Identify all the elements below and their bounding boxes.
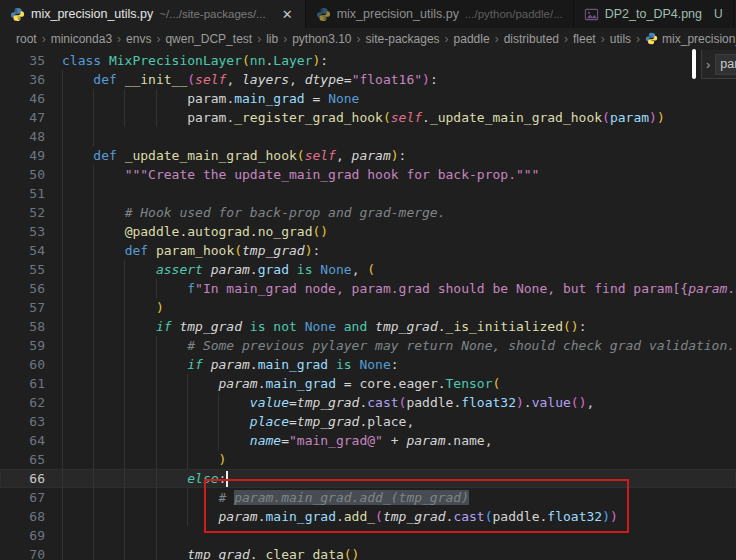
indent-guide	[124, 469, 125, 488]
code-line-51[interactable]: 51	[0, 184, 736, 203]
breadcrumb-item-miniconda3[interactable]: miniconda3	[51, 32, 112, 46]
chevron-right-icon: ›	[283, 32, 287, 46]
breadcrumb-item-qwen_DCP_test[interactable]: qwen_DCP_test	[165, 32, 252, 46]
code-lines: 35class MixPrecisionLayer(nn.Layer):36 d…	[0, 51, 736, 560]
indent-guide	[62, 89, 63, 108]
indent-guide	[62, 146, 63, 165]
indent-guide	[124, 108, 125, 127]
line-number: 52	[0, 203, 62, 222]
line-number: 53	[0, 222, 62, 241]
breadcrumb: root›miniconda3›envs›qwen_DCP_test›lib›p…	[0, 28, 736, 49]
indent-guide	[187, 374, 188, 393]
code-line-49[interactable]: 49 def _update_main_grad_hook(self, para…	[0, 146, 736, 165]
code-line-63[interactable]: 63 place=tmp_grad.place,	[0, 412, 736, 431]
chevron-right-icon: ›	[42, 32, 46, 46]
indent-guide	[62, 450, 63, 469]
code-line-58[interactable]: 58 if tmp_grad is not None and tmp_grad.…	[0, 317, 736, 336]
indent-guide	[187, 488, 188, 507]
indent-guide	[124, 450, 125, 469]
code-line-50[interactable]: 50 """Create the update_main_grad hook f…	[0, 165, 736, 184]
indent-guide	[156, 412, 157, 431]
code-line-66[interactable]: 66 else:	[0, 469, 736, 488]
indent-guide	[93, 127, 94, 146]
breadcrumb-item-utils[interactable]: utils	[610, 32, 631, 46]
code-line-35[interactable]: 35class MixPrecisionLayer(nn.Layer):	[0, 51, 736, 70]
indent-guide	[124, 336, 125, 355]
indent-guide	[156, 108, 157, 127]
code-line-47[interactable]: 47 param._register_grad_hook(self._updat…	[0, 108, 736, 127]
code-line-48[interactable]: 48	[0, 127, 736, 146]
line-number: 66	[0, 469, 62, 488]
line-number: 49	[0, 146, 62, 165]
code-text: @paddle.autograd.no_grad()	[62, 222, 736, 241]
breadcrumb-item-lib[interactable]: lib	[266, 32, 278, 46]
indent-guide	[62, 222, 63, 241]
indent-guide	[156, 355, 157, 374]
breadcrumb-item-distributed[interactable]: distributed	[504, 32, 559, 46]
indent-guide	[62, 108, 63, 127]
breadcrumb-item-fleet[interactable]: fleet	[573, 32, 596, 46]
code-line-61[interactable]: 61 param.main_grad = core.eager.Tensor(	[0, 374, 736, 393]
close-icon[interactable]: ✕	[280, 7, 295, 22]
breadcrumb-items: root›miniconda3›envs›qwen_DCP_test›lib›p…	[16, 32, 631, 46]
code-line-57[interactable]: 57 )	[0, 298, 736, 317]
line-number: 63	[0, 412, 62, 431]
code-line-55[interactable]: 55 assert param.grad is None, (	[0, 260, 736, 279]
code-text: f"In main_grad node, param.grad should b…	[62, 279, 736, 298]
breadcrumb-file[interactable]: mix_precision_utils.py	[645, 32, 736, 46]
code-line-36[interactable]: 36 def __init__(self, layers, dtype="flo…	[0, 70, 736, 89]
indent-guide	[62, 298, 63, 317]
code-line-52[interactable]: 52 # Hook used for back-prop and grad-me…	[0, 203, 736, 222]
indent-guide	[156, 431, 157, 450]
line-number: 51	[0, 184, 62, 203]
code-line-59[interactable]: 59 # Some previous pylayer may return No…	[0, 336, 736, 355]
tab-mix-precision-utils-1[interactable]: mix_precision_utils.py ~/.../site-packag…	[0, 0, 306, 28]
indent-guide	[124, 374, 125, 393]
tab-mix-precision-utils-2[interactable]: mix_precision_utils.py .../python/paddle…	[306, 0, 574, 28]
indent-guide	[218, 431, 219, 450]
chevron-expand-replace-icon[interactable]: ›	[706, 57, 710, 72]
code-text: class MixPrecisionLayer(nn.Layer):	[62, 51, 736, 70]
code-line-56[interactable]: 56 f"In main_grad node, param.grad shoul…	[0, 279, 736, 298]
code-line-68[interactable]: 68 param.main_grad.add_(tmp_grad.cast(pa…	[0, 507, 736, 526]
tab-title: mix_precision_utils.py	[31, 7, 153, 21]
tab-dp2-to-dp4-png[interactable]: DP2_to_DP4.png U	[574, 0, 734, 28]
indent-guide	[93, 355, 94, 374]
indent-guide	[93, 260, 94, 279]
breadcrumb-item-envs[interactable]: envs	[126, 32, 151, 46]
code-line-46[interactable]: 46 param.main_grad = None	[0, 89, 736, 108]
indent-guide	[62, 412, 63, 431]
indent-guide	[62, 488, 63, 507]
code-line-54[interactable]: 54 def param_hook(tmp_grad):	[0, 241, 736, 260]
line-number: 61	[0, 374, 62, 393]
code-line-70[interactable]: 70 tmp_grad._clear_data()	[0, 545, 736, 560]
indent-guide	[218, 393, 219, 412]
breadcrumb-item-paddle[interactable]: paddle	[454, 32, 490, 46]
indent-guide	[124, 526, 125, 545]
code-editor[interactable]: 35class MixPrecisionLayer(nn.Layer):36 d…	[0, 49, 736, 560]
code-text: )	[62, 298, 736, 317]
code-line-64[interactable]: 64 name="main_grad@" + param.name,	[0, 431, 736, 450]
code-line-53[interactable]: 53 @paddle.autograd.no_grad()	[0, 222, 736, 241]
line-number: 35	[0, 51, 62, 70]
indent-guide	[156, 545, 157, 560]
code-text: tmp_grad._clear_data()	[62, 545, 736, 560]
indent-guide	[124, 545, 125, 560]
find-input[interactable]	[715, 54, 736, 75]
code-text: """Create the update_main_grad hook for …	[62, 165, 736, 184]
code-line-65[interactable]: 65 )	[0, 450, 736, 469]
breadcrumb-item-python3.10[interactable]: python3.10	[292, 32, 351, 46]
python-icon	[10, 7, 25, 22]
breadcrumb-item-site-packages[interactable]: site-packages	[366, 32, 440, 46]
code-line-60[interactable]: 60 if param.main_grad is None:	[0, 355, 736, 374]
code-text: # param.main_grad.add_(tmp_grad)	[62, 488, 736, 507]
code-line-69[interactable]: 69	[0, 526, 736, 545]
indent-guide	[218, 412, 219, 431]
breadcrumb-item-root[interactable]: root	[16, 32, 37, 46]
code-line-62[interactable]: 62 value=tmp_grad.cast(paddle.float32).v…	[0, 393, 736, 412]
code-line-67[interactable]: 67 # param.main_grad.add_(tmp_grad)	[0, 488, 736, 507]
find-widget-sash[interactable]	[692, 49, 696, 79]
code-text: assert param.grad is None, (	[62, 260, 736, 279]
indent-guide	[93, 336, 94, 355]
tab-description: ~/.../site-packages/...	[159, 8, 265, 20]
